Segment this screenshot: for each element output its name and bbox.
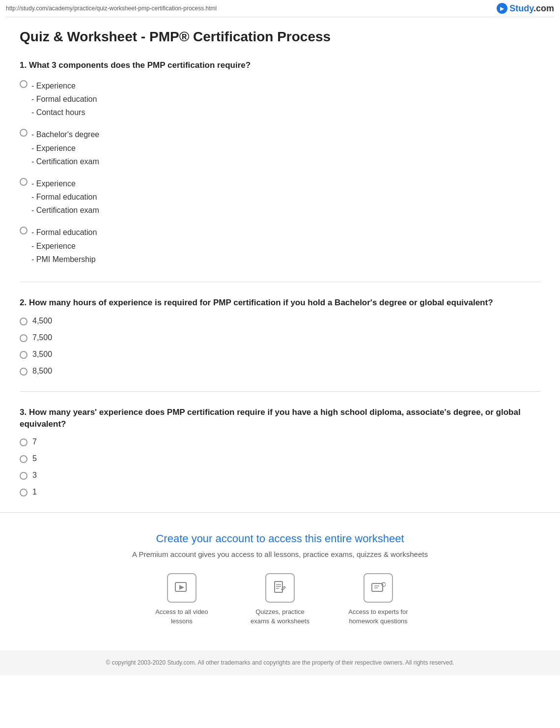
feature-1-label: Access to all video lessons xyxy=(147,608,216,625)
top-bar: http://study.com/academy/practice/quiz-w… xyxy=(0,0,560,17)
cta-section: Create your account to access this entir… xyxy=(0,512,560,650)
answer-1-1[interactable]: - Experience - Formal education - Contac… xyxy=(20,79,540,119)
answer-lines-1-2: - Bachelor's degree - Experience - Certi… xyxy=(31,128,99,168)
radio-1-1[interactable] xyxy=(20,80,28,88)
radio-3-1[interactable] xyxy=(20,438,28,446)
answer-3-2[interactable]: 5 xyxy=(20,454,540,463)
feature-3-label: Access to experts for homework questions xyxy=(344,608,413,625)
main-content: Quiz & Worksheet - PMP® Certification Pr… xyxy=(0,17,560,496)
answer-3-1[interactable]: 7 xyxy=(20,437,540,446)
answer-1-2[interactable]: - Bachelor's degree - Experience - Certi… xyxy=(20,128,540,168)
features-row: Access to all video lessons Quizzes, pra… xyxy=(10,573,550,625)
svg-rect-6 xyxy=(372,583,383,591)
answer-2-3[interactable]: 3,500 xyxy=(20,350,540,359)
radio-3-3[interactable] xyxy=(20,472,28,480)
feature-1: Access to all video lessons xyxy=(147,573,216,625)
answer-1-3[interactable]: - Experience - Formal education - Certif… xyxy=(20,177,540,217)
svg-marker-1 xyxy=(179,585,184,590)
cta-subtitle: A Premium account gives you access to al… xyxy=(10,550,550,558)
logo-icon: ▶ xyxy=(497,3,507,14)
answer-2-4[interactable]: 8,500 xyxy=(20,367,540,376)
url-display: http://study.com/academy/practice/quiz-w… xyxy=(6,5,217,12)
radio-1-2[interactable] xyxy=(20,129,28,137)
question-3-text: 3. How many years' experience does PMP c… xyxy=(20,407,540,430)
answer-2-1[interactable]: 4,500 xyxy=(20,317,540,325)
question-1: 1. What 3 components does the PMP certif… xyxy=(20,59,540,266)
radio-3-2[interactable] xyxy=(20,455,28,463)
answer-lines-1-4: - Formal education - Experience - PMI Me… xyxy=(31,226,97,266)
answer-2-2[interactable]: 7,500 xyxy=(20,333,540,342)
logo: ▶ Study.com xyxy=(497,3,554,14)
cta-title: Create your account to access this entir… xyxy=(10,532,550,545)
radio-1-3[interactable] xyxy=(20,178,28,186)
feature-2-label: Quizzes, practice exams & worksheets xyxy=(246,608,314,625)
radio-3-4[interactable] xyxy=(20,489,28,496)
expert-icon xyxy=(364,573,393,603)
answer-1-4[interactable]: - Formal education - Experience - PMI Me… xyxy=(20,226,540,266)
radio-1-4[interactable] xyxy=(20,227,28,234)
question-2: 2. How many hours of experience is requi… xyxy=(20,297,540,376)
radio-2-2[interactable] xyxy=(20,334,28,342)
video-icon xyxy=(167,573,196,603)
answer-lines-1-3: - Experience - Formal education - Certif… xyxy=(31,177,99,217)
feature-3: Access to experts for homework questions xyxy=(344,573,413,625)
feature-2: Quizzes, practice exams & worksheets xyxy=(246,573,314,625)
radio-2-1[interactable] xyxy=(20,318,28,325)
radio-2-3[interactable] xyxy=(20,351,28,359)
answer-3-3[interactable]: 3 xyxy=(20,471,540,480)
quiz-icon xyxy=(265,573,295,603)
logo-text: Study.com xyxy=(509,3,554,14)
copyright: © copyright 2003-2020 Study.com. All oth… xyxy=(0,650,560,675)
question-3: 3. How many years' experience does PMP c… xyxy=(20,407,540,497)
page-title: Quiz & Worksheet - PMP® Certification Pr… xyxy=(20,29,540,45)
question-1-text: 1. What 3 components does the PMP certif… xyxy=(20,59,540,71)
radio-2-4[interactable] xyxy=(20,368,28,376)
answer-lines-1-1: - Experience - Formal education - Contac… xyxy=(31,79,97,119)
question-2-text: 2. How many hours of experience is requi… xyxy=(20,297,540,309)
answer-3-4[interactable]: 1 xyxy=(20,488,540,496)
svg-rect-2 xyxy=(275,582,282,592)
